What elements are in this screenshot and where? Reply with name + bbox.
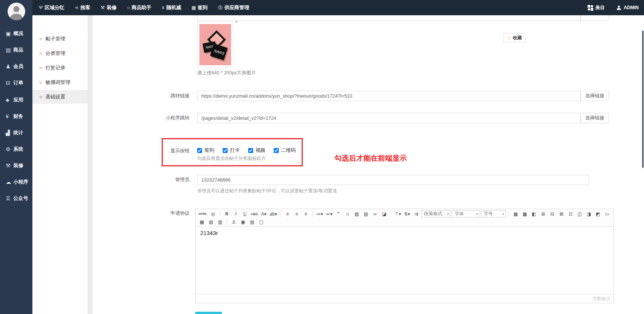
uploaded-image-thumbnail[interactable]: NARS NARS	[197, 22, 233, 68]
insert-image-icon[interactable]: ▧	[353, 211, 361, 217]
insert-table-icon[interactable]: ▦	[512, 211, 520, 217]
nav-item-supplier-management[interactable]: Ⓢ 供应商管理	[218, 4, 249, 11]
split-cell-vertical-icon[interactable]: ◩	[594, 211, 602, 217]
avatar[interactable]	[8, 3, 25, 20]
italic-icon[interactable]: I	[232, 211, 240, 217]
bullet-icon: ○	[39, 95, 42, 99]
remove-image-icon[interactable]: ×	[235, 19, 238, 24]
font-color-icon[interactable]: A▾	[260, 211, 268, 217]
jump-link-choose-button[interactable]: 选择链接	[581, 91, 609, 101]
sidebar-item-miniprogram[interactable]: ☁小程序	[0, 174, 32, 190]
table-border-icon[interactable]: ▥	[216, 219, 224, 225]
qrcode-checkbox[interactable]	[274, 148, 279, 153]
paragraph-format-dropdown[interactable]: 段落格式▾	[421, 210, 451, 217]
table-stripe-icon[interactable]: ▤	[207, 219, 215, 225]
preview-icon[interactable]: ◎	[209, 211, 217, 217]
previous-link-button-partial[interactable]	[581, 15, 609, 21]
submenu-item-reward-records[interactable]: ○打赏记录	[32, 61, 88, 75]
sidebar-item-overview[interactable]: ▣概况	[0, 25, 32, 42]
mini-jump-choose-button[interactable]: 选择链接	[581, 113, 609, 123]
delete-row-icon[interactable]: ⊟	[548, 211, 556, 217]
checkbox-qrcode[interactable]: 二维码	[274, 147, 296, 154]
sidebar-item-decorate[interactable]: ⚒装修	[0, 157, 32, 174]
align-left-icon[interactable]: ≡	[283, 211, 291, 217]
nav-item-promoter[interactable]: ⋖ 推客	[75, 4, 90, 11]
insert-row-icon[interactable]: ⊞	[539, 211, 547, 217]
editor-content[interactable]: 21343r	[196, 227, 613, 294]
html-source-icon[interactable]: HTML	[198, 211, 208, 217]
nav-label: 推客	[80, 4, 90, 11]
mini-jump-input[interactable]	[197, 113, 581, 123]
jump-link-label: 跳转链接	[95, 91, 190, 101]
nav-item-goods-helper[interactable]: ○ 商品助手	[127, 4, 151, 11]
nav-item-random-discount[interactable]: ≡ 随机减	[162, 4, 181, 11]
clock-in-checkbox[interactable]	[223, 148, 228, 153]
scrollbar-thumb[interactable]	[642, 31, 644, 168]
submenu-label: 敏感词管理	[45, 79, 70, 86]
submenu-item-sensitive-words[interactable]: ○敏感词管理	[32, 76, 88, 89]
eraser-icon[interactable]: ◪	[380, 211, 388, 217]
submenu-item-post-management[interactable]: ○帖子管理	[32, 32, 88, 46]
bold-icon[interactable]: B	[223, 211, 231, 217]
merge-cells-icon[interactable]: ◫	[576, 211, 584, 217]
sidebar-item-official-account[interactable]: ♊公众号	[0, 190, 32, 206]
previous-link-input-partial[interactable]	[197, 15, 581, 21]
font-family-dropdown[interactable]: 字体▾	[452, 210, 480, 217]
show-buttons-group: 签到 打卡 视频 二维码	[197, 147, 296, 154]
underline-icon[interactable]: U	[241, 211, 249, 217]
admin-account[interactable]: ADMIN	[616, 5, 639, 10]
favorite-button[interactable]: ☆ 收藏	[503, 33, 525, 42]
anchor-icon[interactable]: ⚓	[230, 219, 238, 225]
toolbar-separator	[391, 211, 391, 217]
unordered-list-icon[interactable]: ≕▾	[325, 211, 333, 217]
insert-col-icon[interactable]: ⊠	[557, 211, 565, 217]
align-center-icon[interactable]: ≡	[292, 211, 300, 217]
sidebar-item-apps[interactable]: ♣应用	[0, 92, 32, 108]
submenu-item-category-management[interactable]: ○分类管理	[32, 47, 88, 60]
sidebar-item-label: 小程序	[13, 179, 28, 185]
nav-item-checkin[interactable]: ▦ 签到	[191, 4, 207, 11]
jump-link-input[interactable]	[197, 91, 581, 101]
sidebar-item-system[interactable]: ⚙系统	[0, 141, 32, 157]
checkin-checkbox[interactable]	[197, 148, 202, 153]
vertical-align-icon[interactable]: ⊤▾	[394, 211, 402, 217]
highlight-icon[interactable]: ab▾	[269, 211, 278, 217]
sidebar-item-finance[interactable]: ¥财务	[0, 108, 32, 124]
table-props-icon[interactable]: ▩	[521, 211, 529, 217]
page-break-icon[interactable]: ▣	[239, 219, 247, 225]
admin-input[interactable]	[197, 175, 589, 185]
print-icon[interactable]: ▤	[248, 219, 256, 225]
checkbox-checkin[interactable]: 签到	[197, 147, 214, 154]
font-size-dropdown[interactable]: 字号▾	[481, 210, 506, 217]
sidebar-item-orders[interactable]: ⊟订单	[0, 74, 32, 91]
fullscreen-icon[interactable]: ▭	[603, 211, 611, 217]
indent-icon[interactable]: ⇉	[412, 211, 420, 217]
shop-switcher[interactable]: 美目	[588, 5, 605, 11]
dashboard-icon: ▣	[6, 31, 13, 37]
ordered-list-icon[interactable]: ≔▾	[315, 211, 324, 217]
delete-col-icon[interactable]: ⊡	[567, 211, 575, 217]
submenu-item-basic-settings[interactable]: ○基础设置	[32, 90, 88, 104]
dropdown-label: 字体	[454, 211, 464, 217]
line-height-icon[interactable]: ⇅▾	[403, 211, 411, 217]
checkbox-video[interactable]: 视频	[248, 147, 265, 154]
emoji-icon[interactable]: ☺	[344, 211, 352, 217]
blockquote-icon[interactable]: “	[334, 211, 342, 217]
nav-item-decorate[interactable]: ⚒ 装修	[101, 4, 117, 11]
sidebar-item-statistics[interactable]: ▟统计	[0, 124, 32, 141]
insert-video-icon[interactable]: ▤	[362, 211, 370, 217]
sidebar-item-goods[interactable]: ▤商品	[0, 42, 32, 58]
insert-link-icon[interactable]: ∞	[371, 211, 379, 217]
checkbox-clock-in[interactable]: 打卡	[223, 147, 240, 154]
sidebar-item-members[interactable]: ♟会员	[0, 58, 32, 74]
editor-toolbar: HTML ◎ B I U ABC A▾ ab▾ ≡ ≡ ≡ ≔▾ ≕▾ “ ☺ …	[196, 209, 613, 227]
paste-icon[interactable]: ▢	[257, 219, 265, 225]
video-checkbox[interactable]	[248, 148, 253, 153]
table-header-icon[interactable]: ◧	[530, 211, 538, 217]
nav-item-region-dividend[interactable]: Ψ 区域分红	[39, 4, 64, 11]
table-style-icon[interactable]: ▦	[198, 219, 206, 225]
strikethrough-icon[interactable]: ABC	[250, 211, 259, 217]
submit-button-partial[interactable]	[195, 312, 222, 314]
align-right-icon[interactable]: ≡	[302, 211, 310, 217]
split-cell-horizontal-icon[interactable]: ◨	[585, 211, 593, 217]
